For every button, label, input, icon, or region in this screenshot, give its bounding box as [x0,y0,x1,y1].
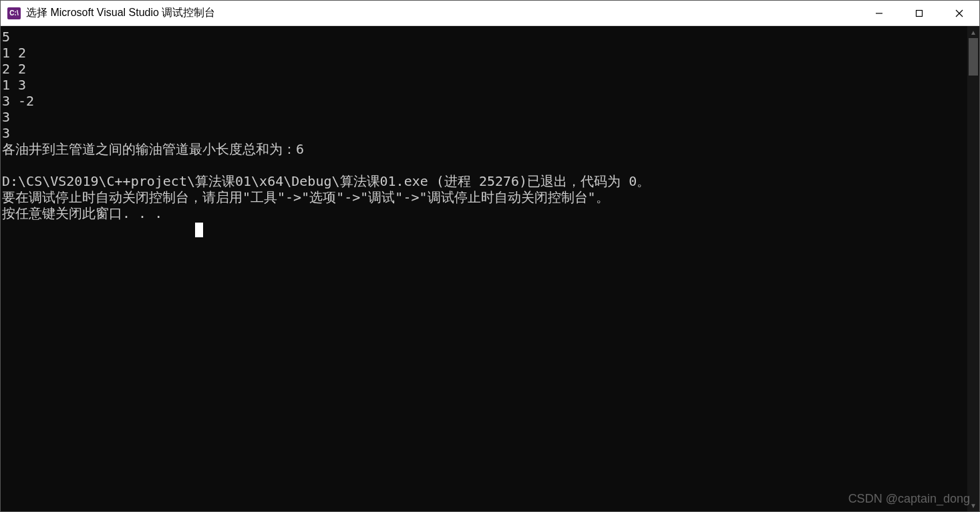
scroll-down-icon[interactable]: ▼ [967,499,979,511]
svg-rect-1 [917,10,923,16]
minimize-icon [874,9,884,18]
output-line: 各油井到主管道之间的输油管道最小长度总和为：6 [2,141,304,157]
console-output[interactable]: 5 1 2 2 2 1 3 3 -2 3 3 各油井到主管道之间的输油管道最小长… [1,26,967,511]
cursor-icon [195,223,203,237]
cursor-prefix [2,221,195,237]
vertical-scrollbar[interactable]: ▲ ▼ [967,26,979,511]
window-title: 选择 Microsoft Visual Studio 调试控制台 [26,6,859,20]
output-line: 2 2 [2,61,26,77]
window-controls [859,1,979,25]
output-line: 5 [2,29,10,45]
output-line: 1 3 [2,77,26,93]
output-line: 3 -2 [2,93,34,109]
output-line: D:\CS\VS2019\C++project\算法课01\x64\Debug\… [2,173,650,189]
console-body: 5 1 2 2 2 1 3 3 -2 3 3 各油井到主管道之间的输油管道最小长… [1,26,979,511]
close-icon [955,9,964,18]
close-button[interactable] [939,1,979,25]
output-line: 要在调试停止时自动关闭控制台，请启用"工具"->"选项"->"调试"->"调试停… [2,189,609,205]
output-line: 3 [2,125,10,141]
maximize-icon [915,9,924,18]
minimize-button[interactable] [859,1,899,25]
scrollbar-thumb[interactable] [969,38,978,76]
output-line: 3 [2,109,10,125]
titlebar[interactable]: C:\ 选择 Microsoft Visual Studio 调试控制台 [1,1,979,26]
scroll-up-icon[interactable]: ▲ [967,26,979,38]
console-window: C:\ 选择 Microsoft Visual Studio 调试控制台 5 1… [0,0,980,512]
output-line: 1 2 [2,45,26,61]
output-line: 按任意键关闭此窗口. . . [2,205,162,221]
app-icon: C:\ [7,7,21,19]
maximize-button[interactable] [899,1,939,25]
